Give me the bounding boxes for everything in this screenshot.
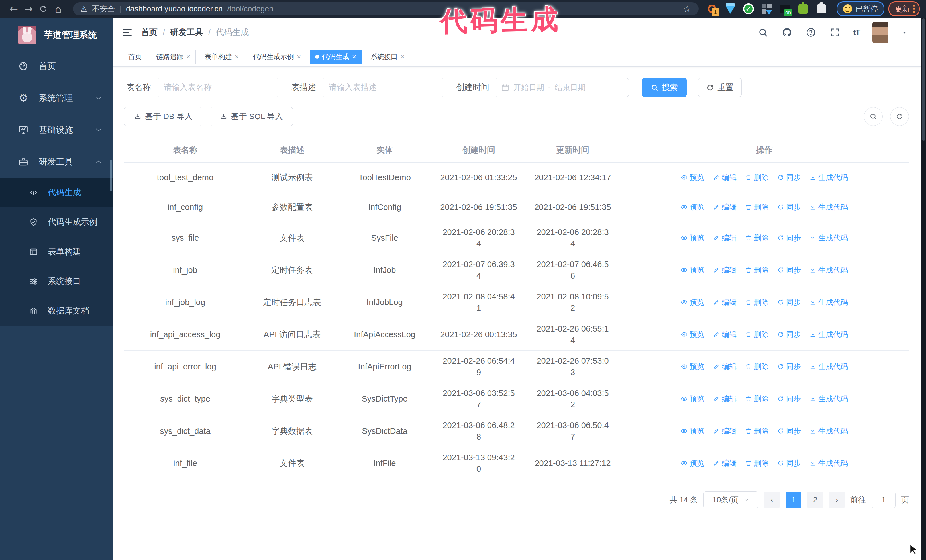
action-删除[interactable]: 删除 xyxy=(745,264,769,276)
action-同步[interactable]: 同步 xyxy=(777,296,801,308)
tab-系统接口[interactable]: 系统接口× xyxy=(365,50,410,64)
action-编辑[interactable]: 编辑 xyxy=(713,361,737,372)
action-编辑[interactable]: 编辑 xyxy=(713,264,737,276)
action-同步[interactable]: 同步 xyxy=(777,457,801,469)
security-label[interactable]: 不安全 xyxy=(92,4,115,14)
action-编辑[interactable]: 编辑 xyxy=(713,425,737,437)
action-删除[interactable]: 删除 xyxy=(745,172,769,183)
action-编辑[interactable]: 编辑 xyxy=(713,393,737,405)
action-同步[interactable]: 同步 xyxy=(777,361,801,372)
search-button[interactable]: 搜索 xyxy=(642,78,687,97)
action-生成代码[interactable]: 生成代码 xyxy=(809,201,848,213)
github-icon[interactable] xyxy=(781,27,793,38)
action-生成代码[interactable]: 生成代码 xyxy=(809,329,848,340)
action-删除[interactable]: 删除 xyxy=(745,329,769,340)
action-预览[interactable]: 预览 xyxy=(681,425,704,437)
address-bar[interactable]: ⚠ 不安全 | dashboard.yudao.iocoder.cn /tool… xyxy=(73,2,699,15)
tab-链路追踪[interactable]: 链路追踪× xyxy=(151,50,196,64)
import-db-button[interactable]: 基于 DB 导入 xyxy=(124,107,202,126)
extension-check-icon[interactable]: ✓ xyxy=(743,3,755,15)
sidebar-subitem-codegen-demo[interactable]: 代码生成示例 xyxy=(0,207,112,237)
sidebar-item-system-mgmt[interactable]: ⚙系统管理 xyxy=(0,82,112,114)
sidebar-item-home[interactable]: 首页 xyxy=(0,50,112,82)
tab-代码生成[interactable]: 代码生成× xyxy=(310,50,362,64)
action-同步[interactable]: 同步 xyxy=(777,425,801,437)
action-同步[interactable]: 同步 xyxy=(777,232,801,243)
extension-bot-icon[interactable] xyxy=(797,3,809,15)
extension-grid-icon[interactable] xyxy=(761,3,773,15)
prev-page-button[interactable]: ‹ xyxy=(764,492,780,508)
action-同步[interactable]: 同步 xyxy=(777,264,801,276)
table-name-input[interactable] xyxy=(157,78,279,97)
font-size-icon[interactable]: tT xyxy=(853,28,860,37)
search-icon[interactable] xyxy=(757,27,769,38)
sidebar-subitem-db-doc[interactable]: 数据库文档 xyxy=(0,296,112,326)
action-预览[interactable]: 预览 xyxy=(681,361,704,372)
date-range-picker[interactable]: 开始日期 - 结束日期 xyxy=(495,78,629,97)
tab-表单构建[interactable]: 表单构建× xyxy=(199,50,244,64)
action-预览[interactable]: 预览 xyxy=(681,172,704,183)
action-同步[interactable]: 同步 xyxy=(777,393,801,405)
url-host[interactable]: dashboard.yudao.iocoder.cn xyxy=(126,5,222,14)
sidebar-scrollbar[interactable] xyxy=(110,160,112,191)
paused-button[interactable]: 已暂停 xyxy=(837,2,884,16)
action-生成代码[interactable]: 生成代码 xyxy=(809,232,848,243)
close-icon[interactable]: × xyxy=(401,53,405,61)
toggle-search-button[interactable] xyxy=(864,107,883,126)
home-icon[interactable]: ⌂ xyxy=(51,3,65,15)
action-生成代码[interactable]: 生成代码 xyxy=(809,393,848,405)
extension-gem-icon[interactable] xyxy=(724,3,736,15)
refresh-table-button[interactable] xyxy=(890,107,909,126)
avatar[interactable] xyxy=(872,22,888,43)
sidebar-item-infrastructure[interactable]: 基础设施 xyxy=(0,114,112,146)
close-icon[interactable]: × xyxy=(297,53,301,61)
action-生成代码[interactable]: 生成代码 xyxy=(809,361,848,372)
extension-puzzle-icon[interactable] xyxy=(816,3,828,15)
action-预览[interactable]: 预览 xyxy=(681,264,704,276)
action-删除[interactable]: 删除 xyxy=(745,393,769,405)
action-删除[interactable]: 删除 xyxy=(745,457,769,469)
action-编辑[interactable]: 编辑 xyxy=(713,172,737,183)
action-生成代码[interactable]: 生成代码 xyxy=(809,425,848,437)
fullscreen-icon[interactable] xyxy=(829,27,841,38)
forward-icon[interactable]: → xyxy=(21,3,36,15)
action-同步[interactable]: 同步 xyxy=(777,201,801,213)
help-icon[interactable] xyxy=(805,27,817,38)
logo[interactable]: 芋道管理系统 xyxy=(0,18,112,50)
update-button[interactable]: 更新 xyxy=(888,2,920,16)
import-sql-button[interactable]: 基于 SQL 导入 xyxy=(210,107,293,126)
action-删除[interactable]: 删除 xyxy=(745,201,769,213)
action-预览[interactable]: 预览 xyxy=(681,296,704,308)
extension-chip-icon[interactable]: on xyxy=(779,3,791,15)
action-编辑[interactable]: 编辑 xyxy=(713,201,737,213)
page-button-1[interactable]: 1 xyxy=(785,492,802,508)
action-删除[interactable]: 删除 xyxy=(745,296,769,308)
action-删除[interactable]: 删除 xyxy=(745,232,769,243)
menu-dots-icon[interactable] xyxy=(913,5,915,13)
action-预览[interactable]: 预览 xyxy=(681,232,704,243)
breadcrumb-home[interactable]: 首页 xyxy=(141,27,157,38)
action-同步[interactable]: 同步 xyxy=(777,172,801,183)
action-预览[interactable]: 预览 xyxy=(681,393,704,405)
action-编辑[interactable]: 编辑 xyxy=(713,457,737,469)
action-预览[interactable]: 预览 xyxy=(681,457,704,469)
breadcrumb-devtools[interactable]: 研发工具 xyxy=(170,27,203,38)
sidebar-item-dev-tools[interactable]: 研发工具 xyxy=(0,146,112,178)
sidebar-subitem-codegen[interactable]: 代码生成 xyxy=(0,178,112,207)
action-编辑[interactable]: 编辑 xyxy=(713,329,737,340)
close-icon[interactable]: × xyxy=(235,53,239,61)
next-page-button[interactable]: › xyxy=(829,492,845,508)
page-button-2[interactable]: 2 xyxy=(807,492,823,508)
hamburger-icon[interactable] xyxy=(121,26,134,39)
action-编辑[interactable]: 编辑 xyxy=(713,232,737,243)
action-生成代码[interactable]: 生成代码 xyxy=(809,457,848,469)
close-icon[interactable]: × xyxy=(352,53,356,61)
scrollbar-thumb[interactable] xyxy=(922,18,925,141)
bookmark-star-icon[interactable]: ☆ xyxy=(683,3,691,14)
tab-代码生成示例[interactable]: 代码生成示例× xyxy=(248,50,306,64)
action-生成代码[interactable]: 生成代码 xyxy=(809,296,848,308)
goto-page-input[interactable] xyxy=(872,492,896,508)
action-编辑[interactable]: 编辑 xyxy=(713,296,737,308)
action-删除[interactable]: 删除 xyxy=(745,425,769,437)
page-size-select[interactable]: 10条/页 xyxy=(704,491,758,509)
